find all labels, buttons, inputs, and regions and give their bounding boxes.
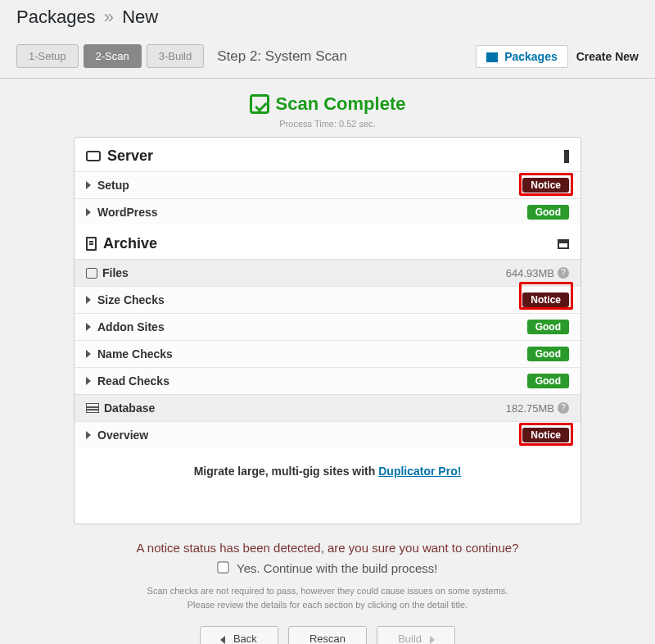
- caret-icon: [86, 296, 91, 304]
- window-icon: [558, 239, 569, 249]
- step-toolbar: 1-Setup 2-Scan 3-Build Step 2: System Sc…: [0, 38, 655, 79]
- status-badge-good: Good: [527, 374, 569, 388]
- files-size-value: 644.93MB: [506, 267, 554, 279]
- fineprint-1: Scan checks are not required to pass, ho…: [0, 584, 655, 598]
- packages-button[interactable]: Packages: [476, 45, 568, 68]
- fineprint-2: Please review the details for each secti…: [0, 598, 655, 612]
- build-button[interactable]: Build: [377, 626, 455, 644]
- build-label: Build: [398, 633, 422, 644]
- status-badge-good: Good: [527, 320, 569, 334]
- row-size-checks[interactable]: Size Checks Notice: [75, 286, 580, 313]
- subsection-files: Files 644.93MB ?: [75, 259, 580, 286]
- files-size: 644.93MB ?: [506, 267, 569, 279]
- duplicator-pro-link[interactable]: Duplicator Pro!: [378, 465, 461, 478]
- row-name-checks[interactable]: Name Checks Good: [75, 340, 580, 367]
- caret-icon: [86, 181, 91, 189]
- hard-drive-icon: [86, 151, 101, 161]
- database-label: Database: [104, 401, 155, 415]
- scan-complete: Scan Complete Process Time: 0.52 sec.: [0, 93, 655, 129]
- caret-icon: [86, 431, 91, 439]
- packages-icon: [486, 52, 498, 62]
- help-icon[interactable]: ?: [558, 267, 569, 279]
- notice-message: A notice status has been detected, are y…: [0, 541, 655, 555]
- status-badge-notice: Notice: [522, 178, 569, 193]
- packages-label: Packages: [504, 50, 558, 63]
- database-size-value: 182.75MB: [506, 402, 554, 415]
- row-size-checks-label: Size Checks: [97, 293, 165, 306]
- row-overview-label: Overview: [97, 429, 148, 442]
- section-server-label: Server: [107, 147, 153, 165]
- caret-icon: [86, 377, 91, 385]
- row-overview[interactable]: Overview Notice: [75, 421, 580, 448]
- confirm-row: Yes. Continue with the build process!: [0, 561, 655, 576]
- section-archive-label: Archive: [103, 235, 157, 252]
- back-button[interactable]: Back: [200, 626, 278, 644]
- server-right-icon: [564, 150, 569, 163]
- create-new-link[interactable]: Create New: [576, 50, 639, 63]
- row-addon-sites-label: Addon Sites: [97, 320, 165, 333]
- confirm-checkbox[interactable]: [217, 561, 228, 573]
- status-badge-good: Good: [527, 347, 569, 361]
- row-setup-label: Setup: [97, 179, 129, 192]
- process-time: Process Time: 0.52 sec.: [0, 119, 655, 129]
- section-archive: Archive: [75, 225, 580, 259]
- status-badge-good: Good: [527, 205, 569, 220]
- step-2-scan[interactable]: 2-Scan: [84, 44, 142, 68]
- status-badge-notice: Notice: [522, 428, 569, 442]
- breadcrumb-separator: »: [101, 7, 117, 27]
- row-name-checks-label: Name Checks: [97, 347, 173, 361]
- files-label: Files: [102, 266, 129, 279]
- section-server: Server: [75, 138, 580, 171]
- step-1-setup[interactable]: 1-Setup: [16, 44, 79, 68]
- toolbar-right: Packages Create New: [476, 45, 639, 68]
- breadcrumb: Packages » New: [16, 7, 158, 28]
- row-addon-sites[interactable]: Addon Sites Good: [75, 313, 580, 340]
- scan-complete-text: Scan Complete: [276, 93, 406, 115]
- row-setup[interactable]: Setup Notice: [75, 171, 580, 198]
- button-row: Back Rescan Build: [0, 626, 655, 644]
- rescan-button[interactable]: Rescan: [288, 626, 367, 644]
- scan-panel: Server Setup Notice WordPress Good Archi…: [74, 137, 581, 524]
- row-read-checks-label: Read Checks: [97, 374, 169, 388]
- step-label: Step 2: System Scan: [217, 48, 347, 65]
- archive-icon: [86, 237, 97, 251]
- fineprint: Scan checks are not required to pass, ho…: [0, 584, 655, 611]
- files-icon: [86, 268, 97, 279]
- caret-icon: [86, 350, 91, 358]
- row-wordpress[interactable]: WordPress Good: [75, 198, 580, 225]
- chevron-left-icon: [220, 636, 225, 644]
- promo: Migrate large, multi-gig sites with Dupl…: [75, 448, 580, 483]
- row-wordpress-label: WordPress: [97, 206, 158, 219]
- promo-text: Migrate large, multi-gig sites with: [194, 465, 379, 478]
- caret-icon: [86, 323, 91, 331]
- row-read-checks[interactable]: Read Checks Good: [75, 367, 580, 394]
- chevron-right-icon: [430, 636, 435, 644]
- step-3-build[interactable]: 3-Build: [147, 44, 204, 68]
- check-icon: [250, 94, 269, 114]
- page-header: Packages » New: [0, 0, 655, 38]
- help-icon[interactable]: ?: [558, 402, 569, 414]
- status-badge-notice: Notice: [522, 293, 569, 307]
- caret-icon: [86, 208, 91, 216]
- database-icon: [86, 403, 99, 413]
- breadcrumb-root[interactable]: Packages: [16, 7, 96, 27]
- breadcrumb-current: New: [122, 7, 158, 27]
- confirm-label: Yes. Continue with the build process!: [237, 561, 437, 575]
- back-label: Back: [233, 633, 257, 644]
- subsection-database: Database 182.75MB ?: [75, 394, 580, 421]
- scan-complete-title: Scan Complete: [250, 93, 406, 115]
- database-size: 182.75MB ?: [506, 402, 569, 415]
